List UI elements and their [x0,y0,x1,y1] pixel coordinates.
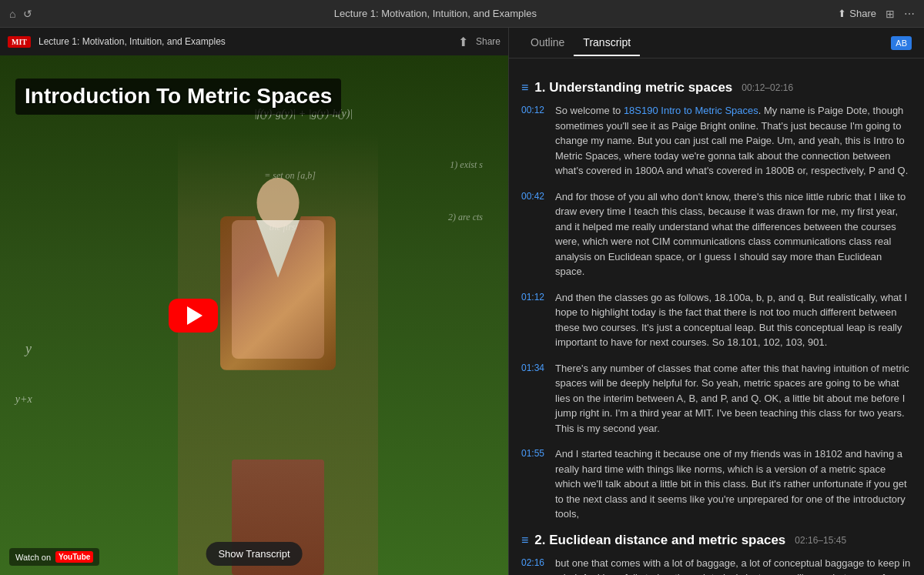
transcript-panel: Outline Transcript AB ≡ 1. Understanding… [508,28,924,575]
top-bar-left: ⌂ ↺ [9,8,32,20]
back-icon[interactable]: ⌂ [9,8,15,20]
tabs-bar: Outline Transcript AB [509,28,924,59]
entry-timestamp: 01:34 [521,363,547,436]
transcript-entry[interactable]: 02:16 but one that comes with a lot of b… [521,556,912,576]
entry-timestamp: 02:16 [521,557,547,576]
video-area[interactable]: |f(y)-g(y)| + |g(y)-h(y)| = set on [a,b]… [0,55,508,575]
video-main-title: Introduction To Metric Spaces [25,85,332,109]
transcript-content[interactable]: ≡ 1. Understanding metric spaces 00:12–0… [509,59,924,575]
entry-text: There's any number of classes that come … [555,361,912,436]
section-header: ≡ 2. Euclidean distance and metric space… [521,533,912,548]
top-bar: ⌂ ↺ Lecture 1: Motivation, Intuition, an… [0,0,924,28]
share-label-video[interactable]: Share [476,36,500,47]
entry-text: but one that comes with a lot of baggage… [555,556,912,576]
top-bar-title: Lecture 1: Motivation, Intuition, and Ex… [32,8,838,19]
video-panel: MIT Lecture 1: Motivation, Intuition, an… [0,28,508,575]
section-title: 1. Understanding metric spaces [534,80,732,95]
entry-text: And for those of you all who don't know,… [555,189,912,279]
video-thumbnail: |f(y)-g(y)| + |g(y)-h(y)| = set on [a,b]… [0,55,508,575]
transcript-entry[interactable]: 01:34 There's any number of classes that… [521,361,912,436]
play-button[interactable] [169,299,218,333]
entry-timestamp: 01:12 [521,292,547,350]
entry-text: And then the classes go as follows, 18.1… [555,290,912,350]
mit-logo: MIT [8,36,31,48]
transcript-entry[interactable]: 00:12 So welcome to 18S190 Intro to Metr… [521,103,912,179]
tab-transcript[interactable]: Transcript [574,30,640,56]
share-icon-video[interactable]: ⬆ [458,35,468,49]
main-content: MIT Lecture 1: Motivation, Intuition, an… [0,28,924,575]
entry-text: And I started teaching it because one of… [555,446,912,522]
entry-timestamp: 00:42 [521,191,547,279]
youtube-logo: YouTube [55,551,93,563]
top-bar-right: ⬆ Share ⊞ ⋯ [838,8,915,20]
section-icon: ≡ [521,533,528,547]
watch-on-label: Watch on [15,553,51,562]
history-icon[interactable]: ↺ [23,8,32,20]
section-header: ≡ 1. Understanding metric spaces 00:12–0… [521,80,912,95]
transcript-entry[interactable]: 01:12 And then the classes go as follows… [521,290,912,350]
language-button[interactable]: AB [891,36,912,50]
mit-video-title: Lecture 1: Motivation, Intuition, and Ex… [38,36,450,47]
share-icon: ⬆ [838,8,846,19]
tab-outline[interactable]: Outline [521,30,574,56]
section-time-range: 02:16–15:45 [795,535,846,546]
section-title: 2. Euclidean distance and metric spaces [534,533,785,548]
person-figure [178,133,378,575]
transcript-entry[interactable]: 01:55 And I started teaching it because … [521,446,912,522]
share-button[interactable]: ⬆ Share [838,8,876,19]
show-transcript-button[interactable]: Show Transcript [206,542,302,566]
section-icon: ≡ [521,81,528,95]
mit-header: MIT Lecture 1: Motivation, Intuition, an… [0,28,508,55]
add-tab-icon[interactable]: ⊞ [886,8,895,20]
entry-timestamp: 01:55 [521,448,547,522]
section-time-range: 00:12–02:16 [742,82,793,93]
transcript-entry[interactable]: 00:42 And for those of you all who don't… [521,189,912,279]
entry-text: So welcome to 18S190 Intro to Metric Spa… [555,103,912,179]
more-options-icon[interactable]: ⋯ [904,8,915,20]
video-title-overlay: Introduction To Metric Spaces [15,79,341,115]
entry-timestamp: 00:12 [521,105,547,179]
youtube-watermark: Watch on YouTube [9,548,99,566]
